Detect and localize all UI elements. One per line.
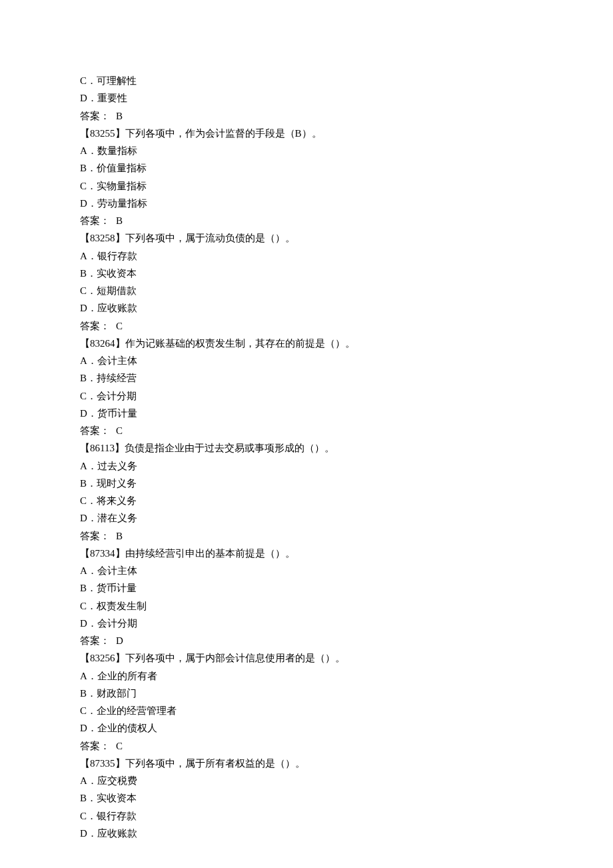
option-line: C．银行存款 [80, 807, 533, 825]
option-line: C．将来义务 [80, 492, 533, 509]
option-line: D．会计分期 [80, 615, 533, 632]
option-line: B．现时义务 [80, 475, 533, 492]
option-line: D．重要性 [80, 89, 533, 107]
option-line: C．会计分期 [80, 387, 533, 405]
option-line: B．货币计量 [80, 579, 533, 597]
question-stem: 【87335】下列各项中，属于所有者权益的是（）。 [80, 755, 533, 772]
answer-value: C [116, 425, 123, 436]
option-line: D．企业的债权人 [80, 719, 533, 737]
option-line: A．数量指标 [80, 142, 533, 159]
option-line: B．实收资本 [80, 265, 533, 282]
option-line: B．实收资本 [80, 789, 533, 807]
answer-line: 答案：D [80, 632, 533, 649]
question-stem: 【83256】下列各项中，属于内部会计信息使用者的是（）。 [80, 649, 533, 667]
document-page: C．可理解性D．重要性答案：B【83255】下列各项中，作为会计监督的手段是（B… [0, 0, 613, 868]
answer-label: 答案： [80, 321, 110, 331]
option-line: D．劳动量指标 [80, 195, 533, 212]
answer-label: 答案： [80, 531, 110, 541]
option-line: C．实物量指标 [80, 177, 533, 195]
option-line: D．应收账款 [80, 825, 533, 842]
option-line: C．可理解性 [80, 72, 533, 89]
option-line: A．会计主体 [80, 562, 533, 579]
option-line: D．潜在义务 [80, 509, 533, 527]
answer-label: 答案： [80, 215, 110, 226]
option-line: B．财政部门 [80, 685, 533, 702]
question-stem: 【87334】由持续经营引申出的基本前提是（）。 [80, 545, 533, 562]
option-line: B．持续经营 [80, 369, 533, 387]
option-line: B．价值量指标 [80, 159, 533, 177]
answer-value: C [116, 741, 123, 751]
answer-line: 答案：B [80, 527, 533, 545]
answer-line: 答案：B [80, 107, 533, 125]
answer-value: C [116, 321, 123, 331]
question-stem: 【83255】下列各项中，作为会计监督的手段是（B）。 [80, 125, 533, 142]
answer-label: 答案： [80, 635, 110, 646]
option-line: A．过去义务 [80, 457, 533, 475]
answer-label: 答案： [80, 111, 110, 121]
answer-line: 答案：B [80, 212, 533, 229]
answer-value: B [116, 531, 123, 541]
answer-line: 答案：C [80, 317, 533, 335]
answer-line: 答案：C [80, 422, 533, 439]
answer-value: D [116, 635, 123, 646]
option-line: A．应交税费 [80, 772, 533, 789]
option-line: C．企业的经营管理者 [80, 702, 533, 719]
option-line: A．会计主体 [80, 352, 533, 369]
answer-value: B [116, 215, 123, 226]
option-line: A．企业的所有者 [80, 667, 533, 685]
option-line: C．权责发生制 [80, 597, 533, 615]
option-line: D．货币计量 [80, 405, 533, 422]
option-line: D．应收账款 [80, 299, 533, 317]
option-line: A．银行存款 [80, 247, 533, 265]
answer-line: 答案：C [80, 737, 533, 755]
question-stem: 【83264】作为记账基础的权责发生制，其存在的前提是（）。 [80, 335, 533, 352]
answer-label: 答案： [80, 741, 110, 751]
question-stem: 【86113】负债是指企业由于过去交易或事项形成的（）。 [80, 439, 533, 457]
answer-value: B [116, 111, 123, 121]
option-line: C．短期借款 [80, 282, 533, 299]
question-stem: 【83258】下列各项中，属于流动负债的是（）。 [80, 229, 533, 247]
answer-label: 答案： [80, 425, 110, 436]
